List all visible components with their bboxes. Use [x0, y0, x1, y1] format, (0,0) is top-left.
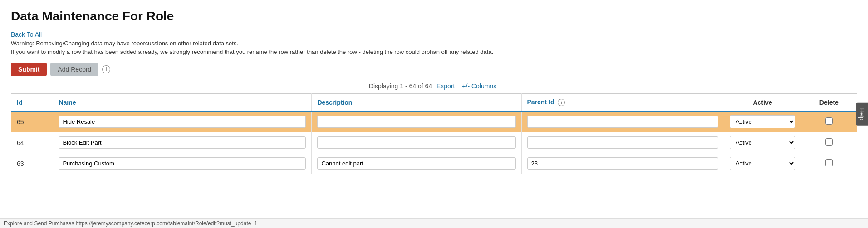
parent-id-info-icon[interactable]: i	[558, 99, 565, 106]
cell-parent-id	[521, 153, 724, 174]
cell-active: ActiveInactive	[724, 111, 801, 132]
delete-checkbox[interactable]	[825, 117, 833, 125]
name-input[interactable]	[59, 116, 306, 128]
columns-link[interactable]: +/- Columns	[462, 82, 496, 90]
active-select[interactable]: ActiveInactive	[730, 136, 795, 149]
submit-button[interactable]: Submit	[11, 63, 47, 76]
cell-parent-id	[521, 111, 724, 132]
cell-id: 64	[11, 132, 53, 153]
cell-name	[53, 153, 312, 174]
col-header-description: Description	[312, 94, 521, 112]
col-header-delete: Delete	[801, 94, 857, 112]
cell-delete	[801, 111, 857, 132]
display-bar: Displaying 1 - 64 of 64 Export +/- Colum…	[11, 82, 857, 90]
warning-line2: If you want to modify a row that has bee…	[11, 49, 857, 55]
action-bar: Submit Add Record i	[11, 63, 857, 76]
cell-delete	[801, 153, 857, 174]
description-input[interactable]	[317, 157, 515, 170]
col-header-id: Id	[11, 94, 53, 112]
page-wrapper: Data Maintenance For Role Back To All Wa…	[0, 0, 868, 183]
cell-active: ActiveInactive	[724, 153, 801, 174]
delete-checkbox[interactable]	[825, 138, 833, 146]
table-row: 63ActiveInactive	[11, 153, 857, 174]
parent-id-input[interactable]	[527, 136, 719, 149]
cell-description	[312, 153, 521, 174]
cell-active: ActiveInactive	[724, 132, 801, 153]
page-title: Data Maintenance For Role	[11, 9, 857, 24]
name-input[interactable]	[59, 157, 306, 170]
active-select[interactable]: ActiveInactive	[730, 157, 795, 170]
table-body: 65ActiveInactive64ActiveInactive63Active…	[11, 111, 857, 174]
cell-description	[312, 111, 521, 132]
delete-checkbox[interactable]	[825, 159, 833, 166]
cell-name	[53, 111, 312, 132]
cell-parent-id	[521, 132, 724, 153]
add-record-info-icon[interactable]: i	[102, 65, 110, 73]
col-header-parent-id: Parent Id i	[521, 94, 724, 112]
export-link[interactable]: Export	[436, 82, 455, 90]
cell-name	[53, 132, 312, 153]
cell-description	[312, 132, 521, 153]
cell-id: 65	[11, 111, 53, 132]
warning-line1: Warning: Removing/Changing data may have…	[11, 40, 857, 47]
cell-id: 63	[11, 153, 53, 174]
description-input[interactable]	[317, 116, 515, 128]
parent-id-input[interactable]	[527, 116, 719, 128]
col-header-name: Name	[53, 94, 312, 112]
table-row: 65ActiveInactive	[11, 111, 857, 132]
table-header: Id Name Description Parent Id i Active D…	[11, 94, 857, 112]
table-row: 64ActiveInactive	[11, 132, 857, 153]
back-to-all-link[interactable]: Back To All	[11, 31, 42, 38]
col-header-active: Active	[724, 94, 801, 112]
name-input[interactable]	[59, 136, 306, 149]
active-select[interactable]: ActiveInactive	[730, 115, 795, 128]
cell-delete	[801, 132, 857, 153]
parent-id-input[interactable]	[527, 157, 719, 170]
description-input[interactable]	[317, 136, 515, 149]
add-record-button[interactable]: Add Record	[50, 63, 98, 76]
help-tab[interactable]: Help	[856, 102, 868, 126]
data-table: Id Name Description Parent Id i Active D…	[11, 93, 857, 174]
display-count: Displaying 1 - 64 of 64	[369, 82, 432, 90]
